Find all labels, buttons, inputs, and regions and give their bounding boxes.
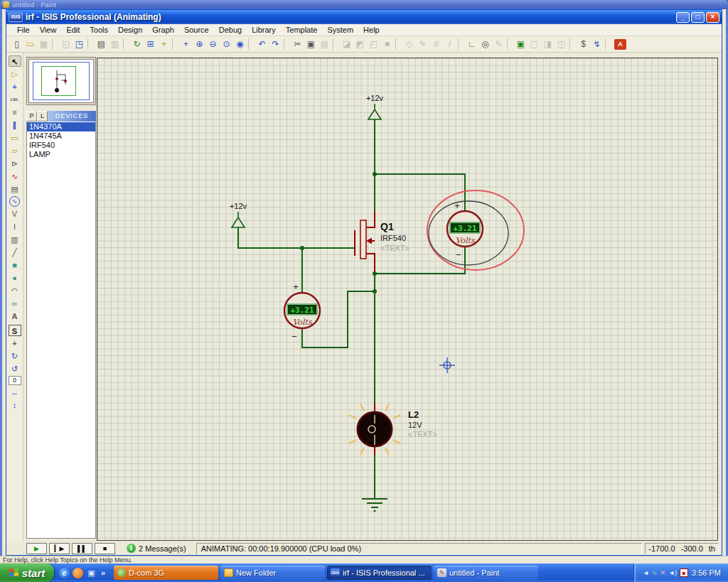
undo-button[interactable]: ↶ bbox=[255, 38, 269, 50]
message-count[interactable]: 2 Message(s) bbox=[139, 544, 186, 553]
titlebar[interactable]: ISIS irf - ISIS Professional (Animating)… bbox=[6, 10, 722, 24]
redo-button[interactable]: ↷ bbox=[269, 38, 282, 50]
zoom-area-button[interactable]: ◉ bbox=[233, 38, 247, 50]
flip-horizontal-button[interactable]: ↔ bbox=[9, 387, 21, 398]
menu-view[interactable]: View bbox=[35, 25, 62, 35]
bill-of-materials-button[interactable]: $ bbox=[577, 38, 590, 50]
tray-volume-icon[interactable]: ◄) bbox=[668, 568, 677, 578]
zoom-all-button[interactable]: ⊙ bbox=[220, 38, 233, 50]
block-copy-button[interactable]: ◪ bbox=[340, 38, 353, 50]
design-tool-button[interactable]: / bbox=[443, 38, 456, 50]
virtual-instruments-mode-button[interactable]: ▥ bbox=[9, 234, 21, 245]
circle-graphic-button[interactable]: ● bbox=[9, 272, 21, 284]
print-button[interactable]: ▤ bbox=[95, 38, 108, 50]
maximize-button[interactable]: □ bbox=[691, 12, 705, 23]
wire-label-mode-button[interactable]: LBL bbox=[9, 94, 21, 105]
play-button[interactable]: ▶ bbox=[26, 543, 47, 554]
generator-mode-button[interactable]: ∿ bbox=[9, 196, 20, 207]
tray-security-icon[interactable]: ■ bbox=[680, 568, 688, 577]
find-component-button[interactable]: ◇ bbox=[402, 38, 416, 50]
pan-button[interactable]: + bbox=[179, 38, 193, 50]
origin-button[interactable]: + bbox=[157, 38, 171, 50]
menu-source[interactable]: Source bbox=[179, 25, 214, 35]
netlist-to-ares-button[interactable]: A bbox=[614, 39, 626, 50]
task-new-folder[interactable]: New Folder bbox=[220, 566, 325, 580]
power-terminal-top[interactable]: +12v bbox=[366, 94, 384, 119]
device-IRF540[interactable]: IRF540 bbox=[27, 141, 95, 150]
junction-mode-button[interactable]: + bbox=[9, 81, 21, 92]
block-move-button[interactable]: ◩ bbox=[353, 38, 367, 50]
menu-tools[interactable]: Tools bbox=[85, 25, 113, 35]
block-delete-button[interactable]: ■ bbox=[380, 38, 394, 50]
menu-template[interactable]: Template bbox=[281, 25, 323, 35]
background-window-titlebar[interactable]: untitled - Paint bbox=[0, 0, 728, 9]
graph-mode-button[interactable]: ∿ bbox=[9, 171, 21, 182]
redraw-button[interactable]: ↻ bbox=[130, 38, 144, 50]
task-paint[interactable]: ✎ untitled - Paint bbox=[434, 566, 538, 580]
print-area-button[interactable]: ▥ bbox=[108, 38, 122, 50]
menu-library[interactable]: Library bbox=[247, 25, 281, 35]
library-manage-button[interactable]: L bbox=[37, 111, 48, 122]
wire-autoroute-button[interactable]: ∟ bbox=[465, 38, 478, 50]
menu-help[interactable]: Help bbox=[358, 25, 385, 35]
grid-toggle-button[interactable]: ⊞ bbox=[144, 38, 157, 50]
automatic-annotator-button[interactable]: ✎ bbox=[492, 38, 505, 50]
packaging-tool-button[interactable]: ▢ bbox=[528, 38, 541, 50]
cut-button[interactable]: ✂ bbox=[291, 38, 304, 50]
flip-vertical-button[interactable]: ↕ bbox=[9, 399, 21, 411]
stop-button[interactable]: ■ bbox=[95, 543, 115, 554]
bus-mode-button[interactable]: ∥ bbox=[9, 119, 21, 131]
property-edit-button[interactable]: ✎ bbox=[416, 38, 429, 50]
current-probe-mode-button[interactable]: I bbox=[9, 221, 21, 232]
search-tag-button[interactable]: ◎ bbox=[478, 38, 492, 50]
tray-modem-icon[interactable]: ∿ bbox=[652, 568, 658, 578]
zoom-in-button[interactable]: ⊕ bbox=[193, 38, 206, 50]
property-assign-button[interactable]: # bbox=[429, 38, 443, 50]
quicklaunch-firefox-icon[interactable] bbox=[73, 568, 83, 578]
export-section-button[interactable]: ◳ bbox=[73, 38, 86, 50]
copy-button[interactable]: ▣ bbox=[304, 38, 318, 50]
rotate-ccw-button[interactable]: ↺ bbox=[9, 363, 21, 374]
minimize-button[interactable]: _ bbox=[676, 12, 690, 23]
menu-graph[interactable]: Graph bbox=[147, 25, 179, 35]
device-LAMP[interactable]: LAMP bbox=[27, 150, 95, 159]
device-1N4745A[interactable]: 1N4745A bbox=[27, 131, 95, 141]
overview-panel[interactable] bbox=[26, 57, 96, 105]
terminal-mode-button[interactable]: ▱ bbox=[9, 145, 21, 156]
marker-graphic-button[interactable]: + bbox=[9, 338, 21, 349]
text-script-mode-button[interactable]: ≡ bbox=[9, 107, 21, 118]
quicklaunch-show-desktop-icon[interactable]: ▣ bbox=[86, 568, 97, 578]
electrical-check-button[interactable]: ↯ bbox=[590, 38, 604, 50]
quicklaunch-ie-icon[interactable]: e bbox=[59, 568, 70, 578]
voltage-probe-mode-button[interactable]: V bbox=[9, 208, 21, 220]
task-isis[interactable]: ISIS irf - ISIS Professional ... bbox=[327, 566, 432, 580]
menu-edit[interactable]: Edit bbox=[61, 25, 85, 35]
task-dcom-3g[interactable]: D-com 3G bbox=[114, 566, 218, 580]
arc-graphic-button[interactable]: ◠ bbox=[9, 285, 21, 296]
tray-network-offline-icon[interactable]: ✕ bbox=[660, 568, 666, 578]
mosfet-q1[interactable]: Q1 IRF540 <TEXT> bbox=[355, 211, 410, 274]
symbol-graphic-button[interactable]: S bbox=[9, 325, 21, 336]
open-file-button[interactable]: ▭ bbox=[23, 38, 37, 50]
save-file-button[interactable]: ▦ bbox=[37, 38, 50, 50]
device-pin-mode-button[interactable]: ⊳ bbox=[9, 158, 21, 169]
zoom-out-button[interactable]: ⊖ bbox=[206, 38, 220, 50]
path-graphic-button[interactable]: ∞ bbox=[9, 298, 21, 309]
schematic-canvas[interactable]: +12v +12v Q1 IRF540 <TEXT> bbox=[97, 58, 718, 541]
menu-system[interactable]: System bbox=[322, 25, 358, 35]
menu-design[interactable]: Design bbox=[113, 25, 147, 35]
menu-file[interactable]: File bbox=[12, 25, 35, 35]
line-graphic-button[interactable]: ╱ bbox=[9, 247, 21, 258]
library-explorer-button[interactable]: ◫ bbox=[555, 38, 568, 50]
text-graphic-button[interactable]: A bbox=[9, 311, 21, 322]
component-mode-button[interactable]: ▷ bbox=[9, 68, 21, 80]
menu-debug[interactable]: Debug bbox=[214, 25, 247, 35]
make-device-button[interactable]: ▣ bbox=[514, 38, 528, 50]
rotate-cw-button[interactable]: ↻ bbox=[9, 350, 21, 362]
selection-mode-button[interactable]: ↖ bbox=[9, 55, 21, 67]
pick-devices-button[interactable]: P bbox=[26, 111, 37, 122]
start-button[interactable]: start bbox=[0, 564, 54, 582]
ground-terminal[interactable] bbox=[362, 499, 387, 512]
box-graphic-button[interactable]: ■ bbox=[9, 259, 21, 271]
pause-button[interactable]: ▌▌ bbox=[72, 543, 92, 554]
